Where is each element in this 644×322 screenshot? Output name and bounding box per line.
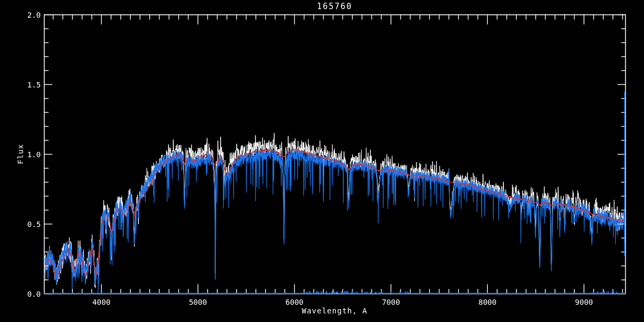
y-tick-label: 0.5	[27, 220, 41, 229]
y-tick-label: 1.0	[27, 150, 41, 159]
y-tick-label: 1.5	[27, 80, 41, 89]
y-axis-label: Flux	[16, 144, 25, 164]
x-tick-label: 5000	[189, 298, 207, 306]
spectrum-canvas	[0, 0, 644, 322]
x-tick-label: 7000	[382, 298, 400, 306]
plot-title: 165760	[44, 2, 625, 11]
y-tick-label: 2.0	[27, 11, 41, 19]
x-tick-label: 8000	[478, 298, 496, 306]
x-tick-label: 6000	[286, 298, 304, 306]
x-axis-label: Wavelength, A	[44, 306, 625, 315]
y-tick-label: 0.0	[27, 290, 41, 298]
x-tick-label: 4000	[92, 298, 111, 306]
plot-window: 165760 Wavelength, A Flux 0.00.51.01.52.…	[0, 0, 644, 322]
x-tick-label: 9000	[575, 298, 593, 306]
